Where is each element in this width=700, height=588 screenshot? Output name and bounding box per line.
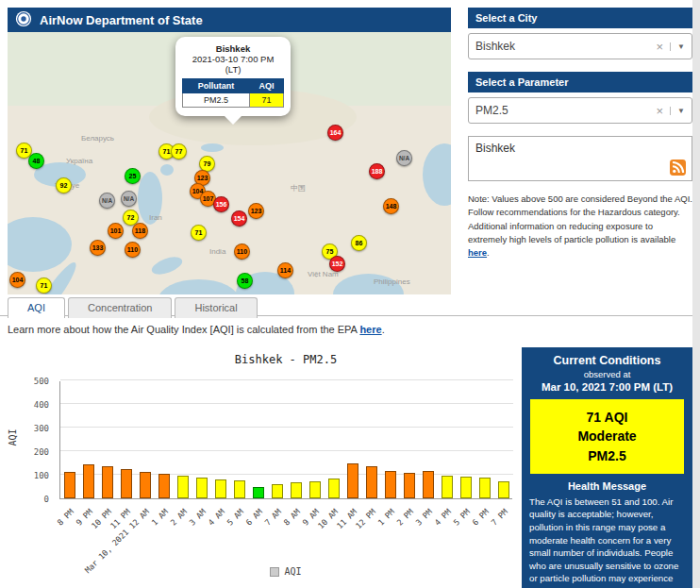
aqi-marker[interactable]: 86: [351, 235, 367, 251]
map-header: AirNow Department of State: [8, 8, 451, 32]
map-place-label: Беларусь: [81, 134, 114, 143]
aqi-bar[interactable]: [291, 482, 302, 498]
aqi-marker[interactable]: 133: [90, 240, 106, 256]
tab-concentration[interactable]: Concentration: [68, 297, 173, 318]
tab-aqi[interactable]: AQI: [8, 297, 65, 318]
aqi-bar[interactable]: [460, 477, 472, 498]
aqi-marker[interactable]: 164: [327, 125, 343, 141]
city-caret-icon[interactable]: ▼: [670, 42, 685, 51]
map-place-label: Україна: [66, 157, 92, 165]
aqi-marker[interactable]: 188: [369, 163, 385, 179]
aqi-marker[interactable]: 156: [213, 196, 229, 212]
aqi-marker[interactable]: 92: [56, 177, 72, 193]
aqi-bar[interactable]: [121, 469, 132, 498]
aqi-bar[interactable]: [64, 472, 75, 498]
aqi-bar[interactable]: [140, 472, 151, 498]
aqi-bar[interactable]: [177, 476, 189, 498]
current-conditions-panel: Current Conditions observed at Mar 10, 2…: [522, 347, 692, 588]
y-tick-label: 100: [8, 471, 49, 480]
map-title: AirNow Department of State: [40, 13, 203, 27]
gridline: [60, 379, 513, 380]
aqi-marker[interactable]: 152: [329, 256, 345, 272]
aqi-bar[interactable]: [328, 479, 340, 498]
aqi-marker[interactable]: 71: [191, 225, 207, 241]
aqi-marker[interactable]: 48: [28, 153, 44, 169]
city-select[interactable]: Bishkek × ▼: [468, 33, 692, 59]
aqi-marker[interactable]: 118: [132, 223, 148, 239]
state-department-seal-icon: [15, 10, 32, 30]
popup-col-aqi: AQI: [250, 79, 284, 93]
map-body[interactable]: Bishkek 2021-03-10 7:00 PM (LT) Pollutan…: [8, 32, 451, 294]
learn-more-here-link[interactable]: here: [359, 324, 381, 335]
note-here-link[interactable]: here: [468, 247, 487, 258]
aqi-bar[interactable]: [272, 484, 283, 498]
chart-title: Bishkek - PM2.5: [59, 353, 512, 366]
aqi-marker[interactable]: 114: [277, 262, 293, 278]
gridline: [60, 427, 513, 428]
aqi-summary-box: 71 AQI Moderate PM2.5: [530, 399, 684, 474]
aqi-bar[interactable]: [404, 473, 415, 498]
aqi-marker[interactable]: 110: [234, 244, 250, 260]
popup-timezone: (LT): [182, 64, 284, 75]
gridline: [60, 403, 513, 404]
aqi-bar[interactable]: [423, 471, 434, 498]
aqi-marker[interactable]: N/A: [121, 191, 137, 207]
map-panel: AirNow Department of State Bishkek 2021-…: [8, 8, 451, 294]
parameter-select[interactable]: PM2.5 × ▼: [468, 97, 692, 124]
aqi-marker[interactable]: 123: [248, 203, 264, 219]
aqi-bar[interactable]: [385, 471, 396, 498]
aqi-bar[interactable]: [309, 481, 321, 498]
aqi-bar[interactable]: [253, 487, 264, 498]
aqi-category: Moderate: [534, 427, 680, 445]
aqi-bar[interactable]: [215, 479, 226, 498]
aqi-bar[interactable]: [347, 463, 358, 498]
water-persian-gulf: [149, 254, 184, 278]
select-city-header: Select a City: [468, 8, 692, 28]
aqi-marker[interactable]: 154: [231, 210, 247, 227]
aqi-marker[interactable]: 71: [36, 277, 52, 294]
aqi-marker[interactable]: 148: [383, 198, 399, 214]
aqi-marker[interactable]: 77: [171, 143, 187, 160]
current-conditions-title: Current Conditions: [522, 347, 692, 367]
y-tick-label: 200: [8, 447, 49, 457]
parameter-clear-icon[interactable]: ×: [649, 104, 670, 118]
map-place-label: 中国: [291, 183, 306, 193]
parameter-caret-icon[interactable]: ▼: [670, 107, 685, 115]
y-tick-label: 0: [8, 495, 49, 504]
aqi-bar[interactable]: [498, 481, 509, 498]
aqi-value: 71 AQI: [534, 408, 680, 427]
rss-feed-icon[interactable]: [670, 160, 686, 178]
aqi-bar[interactable]: [234, 480, 245, 498]
aqi-bar[interactable]: [479, 478, 491, 498]
water-mediterranean: [8, 217, 72, 272]
note-text: Note: Values above 500 are considered Be…: [468, 193, 692, 244]
aqi-marker[interactable]: 104: [9, 272, 25, 288]
aqi-bar[interactable]: [83, 464, 94, 498]
popup-table: Pollutant AQI PM2.5 71: [182, 78, 284, 108]
aqi-marker[interactable]: 25: [125, 168, 141, 184]
city-clear-icon[interactable]: ×: [649, 40, 670, 54]
aqi-marker[interactable]: N/A: [396, 150, 412, 166]
aqi-marker[interactable]: 101: [108, 223, 124, 239]
aqi-marker[interactable]: N/A: [99, 193, 115, 209]
popup-aqi-value: 71: [250, 93, 284, 108]
aqi-marker[interactable]: 58: [237, 273, 253, 289]
sidebar: Select a City Bishkek × ▼ Select a Param…: [468, 8, 692, 260]
aqi-bar[interactable]: [366, 466, 377, 498]
note-text-end: .: [487, 247, 490, 258]
map-popup: Bishkek 2021-03-10 7:00 PM (LT) Pollutan…: [175, 37, 291, 116]
map-place-label: Iran: [149, 213, 162, 222]
tab-historical[interactable]: Historical: [175, 297, 257, 318]
aqi-marker[interactable]: 110: [125, 242, 141, 258]
aqi-bar[interactable]: [102, 466, 113, 498]
rss-box: Bishkek: [468, 136, 692, 181]
chart-ylabel: AQI: [8, 428, 18, 445]
aqi-bar[interactable]: [196, 478, 208, 498]
chart-plot: [59, 381, 512, 499]
aqi-parameter: PM2.5: [534, 446, 680, 465]
observed-datetime: Mar 10, 2021 7:00 PM (LT): [522, 379, 692, 399]
aqi-bar[interactable]: [442, 476, 453, 498]
aqi-bar[interactable]: [158, 474, 170, 498]
map-place-label: India: [209, 247, 225, 256]
health-message-title: Health Message: [522, 474, 692, 496]
